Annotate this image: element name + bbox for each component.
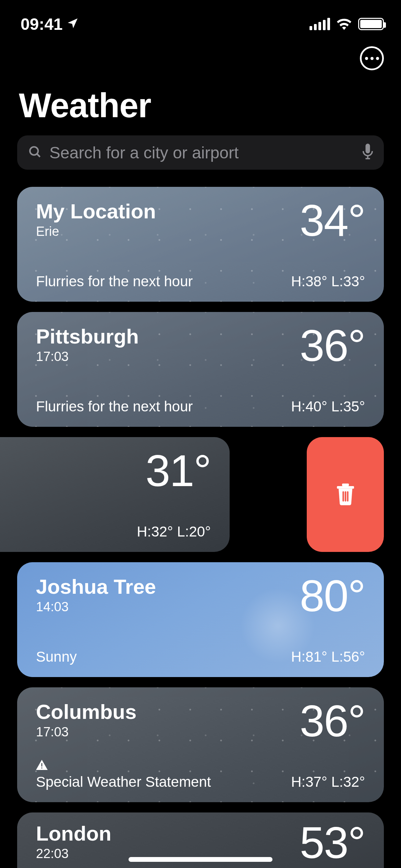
svg-point-0 — [30, 147, 38, 155]
location-card[interactable]: Pittsburgh 17:03 36° Flurries for the ne… — [17, 312, 384, 427]
svg-rect-2 — [365, 144, 370, 153]
location-condition: Sunny — [36, 649, 77, 665]
status-left: 09:41 — [21, 15, 79, 34]
warning-icon — [36, 760, 211, 772]
home-indicator[interactable] — [129, 857, 272, 862]
location-hilo: H:37° L:32° — [291, 774, 365, 790]
microphone-icon[interactable] — [362, 144, 374, 161]
svg-rect-6 — [342, 483, 349, 486]
location-subline: 22:03 — [36, 846, 111, 861]
location-card[interactable]: th 31° H:32° L:20° — [0, 437, 230, 552]
search-input[interactable] — [49, 143, 355, 162]
nav-row — [0, 38, 401, 79]
location-temp: 31° — [145, 451, 211, 491]
location-name: Columbus — [36, 701, 136, 723]
svg-rect-8 — [344, 491, 346, 502]
location-card[interactable]: My Location Erie 34° Flurries for the ne… — [17, 187, 384, 302]
delete-button[interactable] — [307, 437, 384, 552]
page-title: Weather — [0, 79, 401, 135]
location-temp: 36° — [300, 701, 365, 741]
location-temp: 80° — [300, 576, 365, 616]
location-subline: 17:03 — [36, 725, 136, 739]
location-hilo: H:81° L:56° — [291, 649, 365, 665]
more-options-button[interactable] — [360, 46, 384, 70]
svg-rect-7 — [342, 491, 344, 502]
location-hilo: H:40° L:35° — [291, 398, 365, 415]
cellular-signal-icon — [309, 18, 330, 30]
location-condition: Flurries for the next hour — [36, 398, 193, 415]
search-container — [0, 135, 401, 180]
svg-rect-11 — [41, 768, 42, 769]
search-field[interactable] — [17, 135, 384, 170]
location-name: Joshua Tree — [36, 576, 156, 598]
locations-list[interactable]: My Location Erie 34° Flurries for the ne… — [0, 180, 401, 868]
status-time: 09:41 — [21, 15, 63, 34]
svg-rect-5 — [337, 486, 354, 489]
location-temp: 36° — [300, 326, 365, 366]
trash-icon — [335, 483, 356, 507]
location-hilo: H:32° L:20° — [137, 523, 211, 540]
location-name: London — [36, 823, 111, 844]
search-icon — [27, 144, 42, 161]
battery-icon — [358, 18, 384, 30]
location-subline: 17:03 — [36, 349, 139, 364]
location-condition: Flurries for the next hour — [36, 273, 193, 290]
svg-line-1 — [37, 154, 40, 157]
location-arrow-icon — [66, 15, 79, 34]
location-card-swiped[interactable]: th 31° H:32° L:20° — [0, 437, 401, 552]
location-subline: 14:03 — [36, 600, 156, 614]
location-subline: Erie — [36, 224, 156, 239]
status-bar: 09:41 — [0, 0, 401, 38]
location-card[interactable]: Columbus 17:03 36° Special Weather State… — [17, 687, 384, 802]
svg-rect-9 — [347, 491, 349, 502]
location-hilo: H:38° L:33° — [291, 273, 365, 290]
location-temp: 34° — [300, 201, 365, 241]
location-name: Pittsburgh — [36, 326, 139, 347]
status-right — [309, 18, 384, 30]
location-condition: Special Weather Statement — [36, 774, 211, 790]
location-card[interactable]: Joshua Tree 14:03 80° Sunny H:81° L:56° — [17, 562, 384, 677]
wifi-icon — [336, 18, 352, 30]
svg-rect-10 — [41, 763, 42, 767]
location-name: My Location — [36, 201, 156, 222]
location-temp: 53° — [300, 823, 365, 863]
